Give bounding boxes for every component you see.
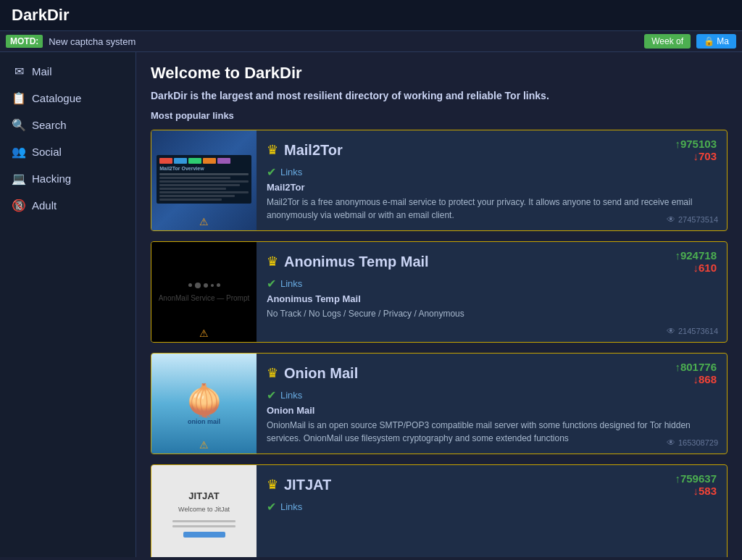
motd-label: MOTD: <box>6 35 43 48</box>
ma-button[interactable]: 🔒 Ma <box>696 34 736 49</box>
card-subtitle-anonimus: Anonimus Temp Mail <box>267 293 717 304</box>
card-link-jitjat[interactable]: Links <box>280 501 302 512</box>
page-title: Welcome to DarkDir <box>151 64 728 83</box>
sidebar-item-search[interactable]: 🔍 Search <box>0 112 136 138</box>
sidebar-label-adult: Adult <box>32 199 57 212</box>
sidebar: ✉ Mail 📋 Catalogue 🔍 Search 👥 Social 💻 H… <box>0 52 136 557</box>
eye-icon-mail2tor: 👁 <box>667 214 675 225</box>
card-subtitle-mail2tor: Mail2Tor <box>267 182 717 193</box>
check-icon-jitjat: ✔ <box>267 500 276 514</box>
card-title-mail2tor: Mail2Tor <box>284 142 669 159</box>
card-thumb-mail2tor: Mail2Tor Overview ⚠ <box>151 130 257 230</box>
week-of-button[interactable]: Week of <box>644 34 691 49</box>
vote-down-mail2tor: ↓703 <box>693 150 717 162</box>
card-link-onionmail[interactable]: Links <box>280 390 302 401</box>
warning-icon-onionmail: ⚠ <box>199 439 209 451</box>
eye-icon-anonimus: 👁 <box>667 326 675 336</box>
check-icon-onionmail: ✔ <box>267 388 276 402</box>
adult-icon: 🔞 <box>12 198 26 212</box>
card-body-mail2tor: ♛ Mail2Tor ↑975103 ↓703 ✔ Links Mail2Tor… <box>257 130 727 230</box>
vote-col-mail2tor: ↑975103 ↓703 <box>675 138 717 162</box>
warning-icon-mail2tor: ⚠ <box>199 216 209 227</box>
sidebar-item-mail[interactable]: ✉ Mail <box>0 58 136 85</box>
card-title-onionmail: Onion Mail <box>284 365 669 382</box>
card-views-anonimus: 👁 214573614 <box>667 326 718 336</box>
motd-text: New captcha system <box>49 36 136 47</box>
search-icon: 🔍 <box>12 118 26 132</box>
card-jitjat: JITJAT Welcome to JitJat ♛ JITJAT ↑75963… <box>151 464 728 557</box>
sidebar-item-hacking[interactable]: 💻 Hacking <box>0 165 136 192</box>
mail-icon: ✉ <box>12 64 26 78</box>
crown-icon-jitjat: ♛ <box>267 477 278 493</box>
vote-up-jitjat: ↑759637 <box>675 472 717 485</box>
card-views-onionmail: 👁 165308729 <box>667 438 718 448</box>
crown-icon-mail2tor: ♛ <box>267 142 278 158</box>
card-thumb-onionmail: 🧅 onion mail ⚠ <box>151 354 257 454</box>
sidebar-item-adult[interactable]: 🔞 Adult <box>0 192 136 219</box>
vote-col-anonimus: ↑924718 ↓610 <box>675 249 717 274</box>
card-title-anonimus: Anonimus Temp Mail <box>284 254 669 270</box>
vote-col-jitjat: ↑759637 ↓583 <box>675 472 717 497</box>
card-views-mail2tor: 👁 274573514 <box>667 214 718 225</box>
vote-col-onionmail: ↑801776 ↓868 <box>675 361 717 385</box>
card-desc-onionmail: OnionMail is an open source SMTP/POP3 co… <box>267 419 717 445</box>
sidebar-item-catalogue[interactable]: 📋 Catalogue <box>0 85 136 112</box>
hacking-icon: 💻 <box>12 172 26 185</box>
card-mail2tor: Mail2Tor Overview ⚠ <box>151 130 728 231</box>
onion-icon: 🧅 <box>186 383 223 418</box>
vote-up-anonimus: ↑924718 <box>675 249 717 262</box>
warning-icon-anonimus: ⚠ <box>199 327 209 339</box>
card-body-jitjat: ♛ JITJAT ↑759637 ↓583 ✔ Links <box>257 465 727 557</box>
tagline: DarkDir is the largest and most resilien… <box>151 90 728 101</box>
card-onionmail: 🧅 onion mail ⚠ ♛ Onion Mail ↑801776 ↓868… <box>151 353 728 454</box>
main-layout: ✉ Mail 📋 Catalogue 🔍 Search 👥 Social 💻 H… <box>0 52 742 557</box>
card-title-jitjat: JITJAT <box>284 477 669 493</box>
sidebar-label-catalogue: Catalogue <box>32 92 81 104</box>
crown-icon-anonimus: ♛ <box>267 254 278 269</box>
catalogue-icon: 📋 <box>12 91 26 105</box>
card-desc-mail2tor: Mail2Tor is a free anonymous e-mail serv… <box>267 196 717 222</box>
sidebar-label-mail: Mail <box>32 65 52 78</box>
card-thumb-jitjat: JITJAT Welcome to JitJat <box>151 465 257 557</box>
crown-icon-onionmail: ♛ <box>267 365 278 381</box>
app-header: DarkDir <box>0 0 742 31</box>
card-body-onionmail: ♛ Onion Mail ↑801776 ↓868 ✔ Links Onion … <box>257 354 727 454</box>
vote-down-onionmail: ↓868 <box>693 373 717 385</box>
vote-down-anonimus: ↓610 <box>693 262 717 274</box>
vote-up-mail2tor: ↑975103 <box>675 138 717 150</box>
social-icon: 👥 <box>12 145 26 159</box>
vote-up-onionmail: ↑801776 <box>675 361 717 373</box>
card-link-anonimus[interactable]: Links <box>280 278 302 289</box>
card-link-mail2tor[interactable]: Links <box>280 167 302 177</box>
most-popular-label: Most popular links <box>151 110 728 121</box>
check-icon-mail2tor: ✔ <box>267 165 276 179</box>
app-title: DarkDir <box>12 6 69 24</box>
card-body-anonimus: ♛ Anonimus Temp Mail ↑924718 ↓610 ✔ Link… <box>257 242 727 342</box>
sidebar-label-hacking: Hacking <box>32 172 71 185</box>
sidebar-label-search: Search <box>32 119 67 131</box>
card-thumb-anonimus: AnonMail Service — Prompt ⚠ <box>151 242 257 342</box>
card-anonimus: AnonMail Service — Prompt ⚠ ♛ Anonimus T… <box>151 241 728 343</box>
main-content: Welcome to DarkDir DarkDir is the larges… <box>136 52 742 557</box>
motd-bar: MOTD: New captcha system Week of 🔒 Ma <box>0 31 742 52</box>
eye-icon-onionmail: 👁 <box>667 438 675 448</box>
card-desc-anonimus: No Track / No Logs / Secure / Privacy / … <box>267 307 717 320</box>
card-subtitle-onionmail: Onion Mail <box>267 405 717 416</box>
sidebar-item-social[interactable]: 👥 Social <box>0 138 136 165</box>
vote-down-jitjat: ↓583 <box>693 485 717 497</box>
check-icon-anonimus: ✔ <box>267 277 276 291</box>
sidebar-label-social: Social <box>32 146 62 158</box>
